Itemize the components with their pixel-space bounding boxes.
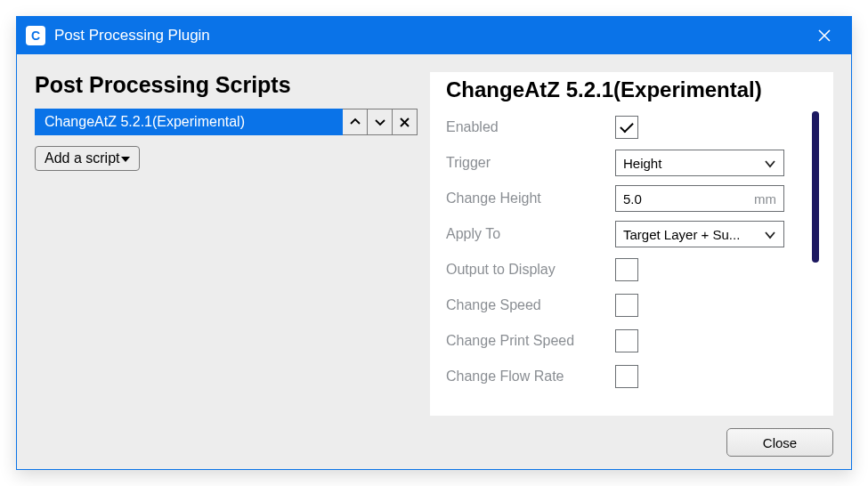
window-title: Post Processing Plugin <box>54 27 807 45</box>
field-label: Change Height <box>446 190 615 207</box>
chevron-down-icon <box>764 227 776 242</box>
chevron-down-icon <box>764 156 776 171</box>
svg-marker-4 <box>121 157 130 162</box>
chevron-up-icon <box>350 117 361 126</box>
add-script-button[interactable]: Add a script <box>35 146 140 171</box>
change-print-speed-checkbox[interactable] <box>615 329 638 352</box>
field-label: Change Speed <box>446 297 615 313</box>
remove-script-button[interactable] <box>393 109 418 135</box>
field-label: Enabled <box>446 119 615 135</box>
field-change-flow-rate: Change Flow Rate <box>446 359 799 394</box>
plugin-window: C Post Processing Plugin Post Processing… <box>16 16 852 470</box>
body: Post Processing Scripts ChangeAtZ 5.2.1(… <box>17 54 851 428</box>
field-output-to-display: Output to Display <box>446 252 799 288</box>
field-label: Trigger <box>446 155 615 171</box>
chevron-down-icon <box>375 117 385 126</box>
window-close-button[interactable] <box>807 17 842 54</box>
field-change-print-speed: Change Print Speed <box>446 323 799 359</box>
field-apply-to: Apply To Target Layer + Su... <box>446 216 799 252</box>
change-flow-rate-checkbox[interactable] <box>615 365 638 388</box>
field-change-speed: Change Speed <box>446 288 799 323</box>
enabled-checkbox[interactable] <box>615 116 638 139</box>
change-speed-checkbox[interactable] <box>615 294 638 317</box>
field-label: Output to Display <box>446 262 615 278</box>
close-icon <box>818 29 831 42</box>
field-label: Change Flow Rate <box>446 369 615 385</box>
field-label: Change Print Speed <box>446 333 615 349</box>
app-icon: C <box>26 26 45 45</box>
caret-down-icon <box>121 150 130 166</box>
add-script-label: Add a script <box>45 150 119 166</box>
field-change-height: Change Height 5.0 mm <box>446 181 799 216</box>
apply-to-dropdown[interactable]: Target Layer + Su... <box>615 221 784 247</box>
field-enabled: Enabled <box>446 109 799 145</box>
script-row: ChangeAtZ 5.2.1(Experimental) <box>35 109 418 135</box>
move-script-up-button[interactable] <box>343 109 368 135</box>
field-label: Apply To <box>446 226 615 242</box>
input-unit: mm <box>754 191 776 207</box>
close-button[interactable]: Close <box>726 428 833 457</box>
dropdown-value: Height <box>623 156 760 171</box>
change-height-input[interactable]: 5.0 mm <box>615 185 784 212</box>
output-to-display-checkbox[interactable] <box>615 258 638 281</box>
close-icon <box>400 117 410 127</box>
script-entry[interactable]: ChangeAtZ 5.2.1(Experimental) <box>35 109 343 135</box>
settings-heading: ChangeAtZ 5.2.1(Experimental) <box>446 77 799 102</box>
trigger-dropdown[interactable]: Height <box>615 150 784 176</box>
footer: Close <box>17 428 851 469</box>
input-value: 5.0 <box>623 191 754 207</box>
field-trigger: Trigger Height <box>446 145 799 181</box>
scrollbar-thumb[interactable] <box>812 111 819 263</box>
dropdown-value: Target Layer + Su... <box>623 227 760 242</box>
move-script-down-button[interactable] <box>368 109 393 135</box>
titlebar[interactable]: C Post Processing Plugin <box>17 17 851 54</box>
settings-pane: ChangeAtZ 5.2.1(Experimental) Enabled Tr… <box>430 72 833 416</box>
scripts-pane: Post Processing Scripts ChangeAtZ 5.2.1(… <box>35 72 418 416</box>
scripts-heading: Post Processing Scripts <box>35 72 418 98</box>
